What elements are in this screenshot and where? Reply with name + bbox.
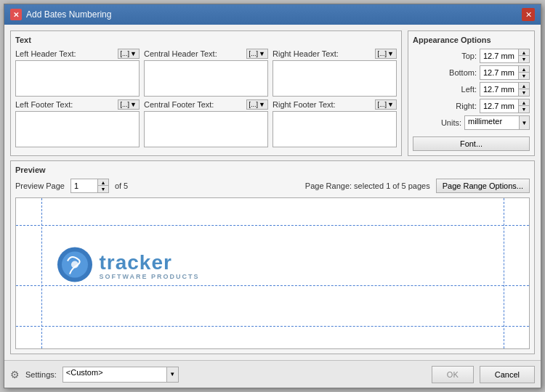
- central-header-dropdown-icon: ▼: [259, 50, 265, 57]
- appearance-section: Appearance Options Top: ▲ ▼ Bottom:: [408, 30, 535, 156]
- tracker-text-group: tracker SOFTWARE PRODUCTS: [99, 252, 199, 279]
- units-row: Units: millimeter ▼: [413, 115, 530, 130]
- dialog: ✕ Add Bates Numbering ✕ Text Left Header…: [4, 4, 541, 388]
- right-header-label: Right Header Text:: [272, 49, 339, 58]
- preview-canvas: tracker SOFTWARE PRODUCTS: [15, 197, 530, 349]
- title-bar-left: ✕ Add Bates Numbering: [10, 9, 111, 20]
- cancel-button[interactable]: Cancel: [480, 366, 535, 383]
- right-footer-insert-btn[interactable]: [...] ▼: [375, 99, 397, 110]
- close-button[interactable]: ✕: [522, 8, 535, 21]
- left-header-label: Left Header Text:: [15, 49, 76, 58]
- central-footer-label: Central Footer Text:: [144, 100, 214, 109]
- central-footer-insert-label: [...]: [249, 101, 259, 108]
- left-footer-dropdown-icon: ▼: [130, 101, 137, 108]
- bottom-spinner[interactable]: ▲ ▼: [480, 65, 530, 80]
- top-spin-down[interactable]: ▼: [519, 56, 529, 62]
- right-spinner[interactable]: ▲ ▼: [480, 99, 530, 113]
- tracker-logo: [57, 247, 93, 285]
- preview-label: Preview: [15, 166, 530, 174]
- right-header-insert-btn[interactable]: [...] ▼: [375, 49, 397, 59]
- tracker-sub: SOFTWARE PRODUCTS: [99, 272, 199, 279]
- preview-section: Preview Preview Page ▲ ▼ of 5 Page Range…: [10, 160, 535, 354]
- preview-inner: tracker SOFTWARE PRODUCTS: [16, 198, 529, 348]
- central-footer-input[interactable]: [144, 111, 268, 147]
- bottom-row: Bottom: ▲ ▼: [413, 65, 530, 80]
- central-footer-insert-btn[interactable]: [...] ▼: [246, 99, 268, 110]
- text-section-label: Text: [15, 36, 397, 44]
- left-footer-input[interactable]: [15, 111, 140, 147]
- left-footer-label: Left Footer Text:: [15, 100, 73, 109]
- left-header-insert-btn[interactable]: [...] ▼: [118, 49, 140, 59]
- text-section: Text Left Header Text: [...] ▼: [10, 30, 402, 156]
- left-header-insert-label: [...]: [121, 50, 130, 57]
- left-spin-up[interactable]: ▲: [519, 83, 529, 89]
- top-section: Text Left Header Text: [...] ▼: [10, 30, 535, 156]
- units-label: Units:: [441, 118, 461, 127]
- left-spin-down[interactable]: ▼: [519, 89, 529, 96]
- bottom-bar: ⚙ Settings: <Custom> ▼ OK Cancel: [4, 360, 541, 388]
- bottom-label: Bottom:: [449, 68, 477, 77]
- left-label: Left:: [461, 85, 477, 94]
- left-v-line: [41, 198, 42, 348]
- font-button[interactable]: Font...: [413, 136, 530, 151]
- ok-button[interactable]: OK: [432, 366, 474, 383]
- dialog-body: Text Left Header Text: [...] ▼: [4, 25, 541, 360]
- right-header-group: Right Header Text: [...] ▼: [272, 49, 397, 97]
- settings-dropdown-icon[interactable]: ▼: [166, 367, 178, 382]
- dialog-title: Add Bates Numbering: [26, 9, 111, 20]
- bottom-h-line: [16, 326, 529, 327]
- svg-point-2: [71, 261, 78, 269]
- right-v-line: [504, 198, 504, 348]
- right-footer-insert-label: [...]: [378, 101, 387, 108]
- central-header-group: Central Header Text: [...] ▼: [144, 49, 268, 97]
- right-header-dropdown-icon: ▼: [387, 50, 394, 57]
- footer-row: Left Footer Text: [...] ▼ Central Footer…: [15, 99, 397, 147]
- central-footer-group: Central Footer Text: [...] ▼: [144, 99, 268, 147]
- central-header-input[interactable]: [144, 60, 268, 97]
- right-input[interactable]: [480, 99, 518, 113]
- bottom-input[interactable]: [480, 66, 518, 79]
- dialog-icon: ✕: [10, 9, 22, 20]
- central-header-insert-btn[interactable]: [...] ▼: [246, 49, 268, 59]
- right-spin-down[interactable]: ▼: [519, 106, 529, 113]
- settings-select[interactable]: <Custom> ▼: [62, 367, 179, 383]
- top-spinner[interactable]: ▲ ▼: [480, 49, 530, 63]
- right-footer-input[interactable]: [272, 111, 397, 147]
- left-footer-insert-btn[interactable]: [...] ▼: [118, 99, 140, 110]
- left-row: Left: ▲ ▼: [413, 82, 530, 97]
- preview-page-spin-up[interactable]: ▲: [98, 179, 108, 186]
- right-footer-label: Right Footer Text:: [272, 100, 336, 109]
- right-spin-up[interactable]: ▲: [519, 99, 529, 106]
- left-input[interactable]: [480, 83, 518, 96]
- left-header-dropdown-icon: ▼: [130, 50, 137, 57]
- mid-h-line: [16, 285, 529, 286]
- left-header-input[interactable]: [15, 60, 140, 97]
- units-dropdown-icon[interactable]: ▼: [519, 116, 529, 129]
- settings-icon: ⚙: [10, 369, 20, 380]
- top-h-line: [16, 225, 529, 226]
- bottom-spin-up[interactable]: ▲: [519, 66, 529, 73]
- left-header-group: Left Header Text: [...] ▼: [15, 49, 140, 97]
- units-value: millimeter: [465, 116, 519, 129]
- top-spin-up[interactable]: ▲: [519, 49, 529, 56]
- page-range-options-button[interactable]: Page Range Options...: [436, 179, 530, 193]
- left-footer-insert-label: [...]: [121, 101, 130, 108]
- settings-value: <Custom>: [63, 367, 166, 382]
- logo-area: tracker SOFTWARE PRODUCTS: [57, 247, 199, 285]
- preview-page-spin-down[interactable]: ▼: [98, 186, 108, 192]
- settings-label: Settings:: [25, 370, 57, 379]
- header-row: Left Header Text: [...] ▼ Central Header…: [15, 49, 397, 97]
- units-select[interactable]: millimeter ▼: [464, 115, 530, 130]
- bottom-spin-down[interactable]: ▼: [519, 73, 529, 79]
- page-range-info: Page Range: selected 1 of 5 pages: [305, 181, 430, 190]
- central-header-label: Central Header Text:: [144, 49, 217, 58]
- top-label: Top:: [461, 52, 477, 60]
- right-row: Right: ▲ ▼: [413, 99, 530, 113]
- preview-page-input[interactable]: [71, 179, 97, 192]
- preview-page-spinner[interactable]: ▲ ▼: [70, 179, 109, 193]
- right-header-input[interactable]: [272, 60, 397, 97]
- left-footer-group: Left Footer Text: [...] ▼: [15, 99, 140, 147]
- title-bar: ✕ Add Bates Numbering ✕: [4, 4, 541, 25]
- top-input[interactable]: [480, 49, 518, 62]
- left-spinner[interactable]: ▲ ▼: [480, 82, 530, 97]
